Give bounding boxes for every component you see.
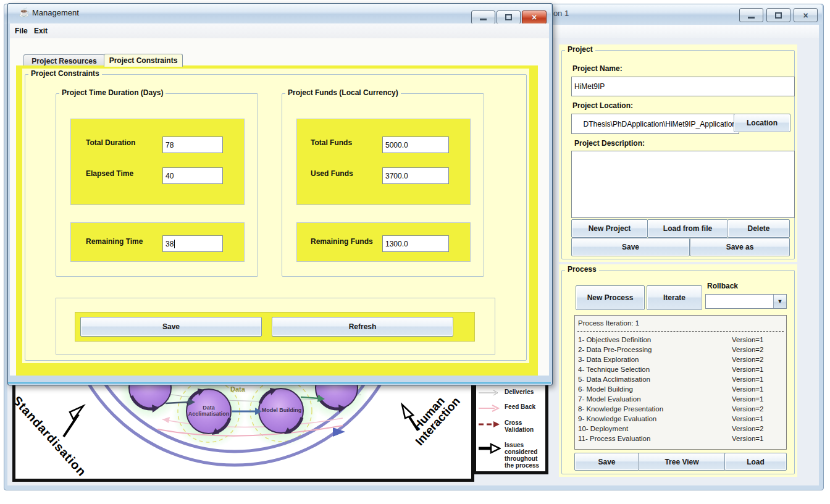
process-list-item[interactable]: 7- Model EvaluationVersion=1	[575, 394, 786, 404]
process-item-name: 8- Knowledge Presentation	[578, 404, 732, 414]
save-as-button[interactable]: Save as	[690, 238, 790, 256]
diagram-data-label: Data	[230, 385, 245, 393]
process-save-button[interactable]: Save	[574, 453, 639, 471]
project-location-value: DThesis\PhDApplication\HiMet9IP_Applicat…	[584, 120, 736, 128]
deliveries-arrow-icon	[479, 390, 501, 396]
maximize-icon	[775, 12, 782, 19]
new-process-button[interactable]: New Process	[576, 285, 645, 310]
new-project-button[interactable]: New Project	[571, 219, 648, 238]
location-button[interactable]: Location	[734, 114, 790, 132]
remaining-time-label: Remaining Time	[86, 237, 143, 246]
constraints-save-button[interactable]: Save	[80, 317, 262, 337]
total-funds-value: 5000.0	[385, 141, 408, 149]
iterate-button[interactable]: Iterate	[647, 285, 702, 310]
java-icon: ☕	[19, 7, 30, 18]
rollback-combobox[interactable]: ▼	[705, 294, 787, 309]
project-constraints-title: Project Constraints	[28, 69, 102, 78]
remaining-time-input[interactable]: 38	[162, 235, 223, 252]
process-item-version: Version=2	[732, 355, 781, 364]
process-item-name: 4- Technique Selection	[578, 364, 732, 374]
remaining-time-panel: Remaining Time 38	[70, 222, 245, 262]
funds-group: Project Funds (Local Currency) Total Fun…	[279, 88, 487, 279]
project-description-textarea[interactable]	[571, 151, 795, 218]
remaining-time-value: 38	[166, 240, 174, 248]
process-list-item[interactable]: 6- Model BuildingVersion=1	[575, 384, 786, 394]
project-location-label: Project Location:	[572, 101, 633, 110]
menu-file[interactable]: File	[15, 27, 28, 35]
diagram-circle1-label: Data Acclimatisation	[187, 405, 231, 417]
project-description-label: Project Description:	[574, 139, 645, 148]
legend-issues: Issues considered throughout the process	[479, 442, 543, 469]
used-funds-label: Used Funds	[311, 169, 353, 178]
management-menubar	[10, 23, 549, 39]
cross-validation-arrow-icon	[479, 421, 501, 428]
process-item-name: 3- Data Exploration	[578, 355, 732, 364]
process-diagram-image: Standardisation Data Acclimatisation Mod…	[12, 379, 474, 482]
elapsed-time-value: 40	[166, 172, 174, 180]
process-load-button[interactable]: Load	[724, 453, 787, 471]
chevron-down-icon[interactable]: ▼	[773, 295, 786, 308]
tree-view-button[interactable]: Tree View	[638, 453, 726, 471]
minimize-icon	[480, 19, 487, 20]
process-list-item[interactable]: 8- Knowledge PresentationVersion=2	[575, 404, 786, 414]
process-list-item[interactable]: 9- Knowledge EvaluationVersion=1	[575, 414, 786, 424]
project-location-input[interactable]: DThesis\PhDApplication\HiMet9IP_Applicat…	[571, 114, 739, 134]
total-funds-label: Total Funds	[311, 138, 352, 147]
menu-exit[interactable]: Exit	[34, 27, 48, 35]
process-list-item[interactable]: 11- Process EvaluationVersion=1	[575, 434, 786, 443]
project-name-value: HiMet9IP	[574, 82, 605, 91]
process-list-item[interactable]: 4- Technique SelectionVersion=1	[575, 364, 786, 374]
process-item-name: 6- Model Building	[578, 384, 732, 394]
management-bottom-accent	[8, 382, 551, 384]
process-list-item[interactable]: 10- DeploymentVersion=2	[575, 424, 786, 434]
constraints-actions-panel: Save Refresh	[56, 298, 495, 355]
load-from-file-button[interactable]: Load from file	[647, 219, 728, 238]
rollback-value	[706, 295, 773, 308]
total-funds-input[interactable]: 5000.0	[382, 136, 449, 153]
time-duration-group: Project Time Duration (Days) Total Durat…	[53, 88, 261, 279]
process-item-version: Version=2	[732, 404, 781, 414]
management-titlebar[interactable]	[8, 4, 551, 23]
process-item-version: Version=1	[732, 414, 781, 424]
legend-label: Cross Validation	[505, 419, 538, 433]
legend-label: Feed Back	[505, 403, 535, 410]
time-duration-title: Project Time Duration (Days)	[59, 88, 166, 97]
project-panel: Project Project Name: HiMet9IP Project L…	[559, 44, 797, 262]
legend-label: Deliveries	[505, 388, 534, 395]
used-funds-input[interactable]: 3700.0	[382, 167, 449, 184]
process-item-name: 1- Objectives Definition	[578, 335, 732, 345]
diagram-circle2-label: Model Building	[259, 407, 304, 413]
tab-project-constraints[interactable]: Project Constraints	[104, 54, 183, 67]
management-close-button[interactable]: ×	[522, 10, 547, 24]
process-list-item[interactable]: 2- Data Pre-ProcessingVersion=2	[575, 345, 786, 355]
minimize-icon	[748, 17, 755, 19]
total-duration-value: 78	[166, 141, 174, 149]
delete-button[interactable]: Delete	[727, 219, 790, 238]
legend-feedback: Feed Back	[479, 403, 543, 412]
diagram-graphics	[15, 382, 465, 472]
remaining-funds-value: 1300.0	[385, 240, 408, 248]
constraints-refresh-button[interactable]: Refresh	[272, 317, 453, 337]
used-funds-value: 3700.0	[385, 172, 408, 180]
total-duration-input[interactable]: 78	[162, 136, 223, 153]
project-save-button[interactable]: Save	[571, 238, 690, 256]
tab-project-resources[interactable]: Project Resources	[23, 54, 105, 67]
process-list-separator	[577, 331, 784, 332]
process-item-version: Version=2	[732, 424, 781, 434]
process-list-item[interactable]: 1- Objectives DefinitionVersion=1	[575, 335, 786, 345]
management-maximize-button[interactable]	[497, 10, 521, 24]
process-list-item[interactable]: 5- Data AcclimatisationVersion=1	[575, 374, 786, 384]
project-name-input[interactable]: HiMet9IP	[571, 77, 795, 96]
process-panel: Process New Process Iterate Rollback ▼ P…	[559, 264, 797, 477]
remaining-funds-input[interactable]: 1300.0	[382, 235, 449, 252]
background-minimize-button[interactable]	[739, 8, 763, 22]
background-maximize-button[interactable]	[766, 8, 790, 22]
background-close-button[interactable]: ×	[794, 8, 818, 22]
project-panel-title: Project	[565, 45, 595, 54]
process-list-items: 1- Objectives DefinitionVersion=12- Data…	[575, 335, 786, 443]
management-minimize-button[interactable]	[471, 10, 495, 24]
text-cursor	[174, 240, 175, 248]
elapsed-time-input[interactable]: 40	[162, 167, 223, 184]
process-list-item[interactable]: 3- Data ExplorationVersion=2	[575, 355, 786, 364]
process-list[interactable]: Process Iteration: 1 1- Objectives Defin…	[574, 315, 787, 450]
